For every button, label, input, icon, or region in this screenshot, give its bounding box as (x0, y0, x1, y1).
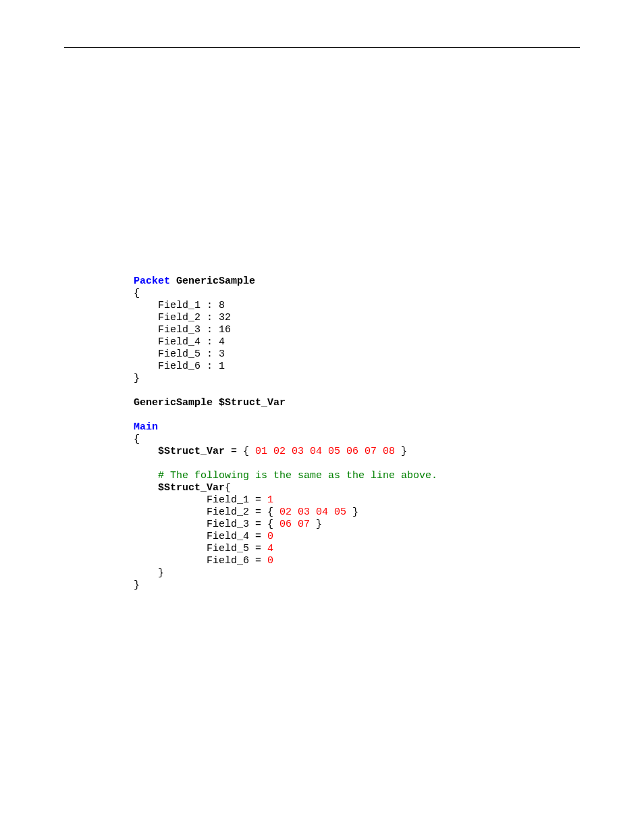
field-decl: Field_3 : 16 (134, 324, 231, 336)
keyword-main: Main (134, 421, 158, 433)
brace-open: { (225, 482, 231, 494)
field-assign-label: Field_5 = (134, 543, 267, 554)
header-rule (64, 47, 580, 48)
field-assign-label: Field_2 = { (134, 506, 279, 518)
field-assign-value: 06 07 (279, 519, 310, 530)
comment-line: # The following is the same as the line … (134, 470, 437, 481)
brace-close: } (134, 567, 164, 579)
field-assign-value: 1 (267, 494, 273, 506)
brace-open: { (134, 288, 140, 299)
field-assign-value: 0 (267, 531, 273, 542)
field-assign-value: 4 (267, 543, 273, 554)
struct-var-name: $Struct_Var (134, 446, 225, 457)
assign-op: = { (225, 446, 255, 457)
code-block: Packet GenericSample { Field_1 : 8 Field… (134, 263, 437, 592)
field-assign-value: 02 03 04 05 (279, 506, 346, 518)
struct-var-decl: GenericSample $Struct_Var (134, 397, 286, 409)
brace-close: } (310, 519, 322, 530)
field-assign-label: Field_3 = { (134, 519, 279, 530)
keyword-packet: Packet (134, 276, 170, 287)
struct-var-name: $Struct_Var (134, 482, 225, 494)
field-assign-value: 0 (267, 555, 273, 567)
packet-name: GenericSample (176, 276, 255, 287)
brace-close: } (346, 506, 358, 518)
brace-close: } (134, 373, 140, 384)
field-decl: Field_5 : 3 (134, 348, 225, 360)
field-assign-label: Field_1 = (134, 494, 267, 506)
field-assign-label: Field_4 = (134, 531, 267, 542)
brace-close: } (395, 446, 407, 457)
brace-close: } (134, 579, 140, 591)
hex-bytes: 01 02 03 04 05 06 07 08 (255, 446, 395, 457)
brace-open: { (134, 434, 140, 445)
field-decl: Field_6 : 1 (134, 361, 225, 372)
field-decl: Field_4 : 4 (134, 336, 225, 348)
field-assign-label: Field_6 = (134, 555, 267, 567)
field-decl: Field_2 : 32 (134, 312, 231, 323)
field-decl: Field_1 : 8 (134, 300, 225, 311)
